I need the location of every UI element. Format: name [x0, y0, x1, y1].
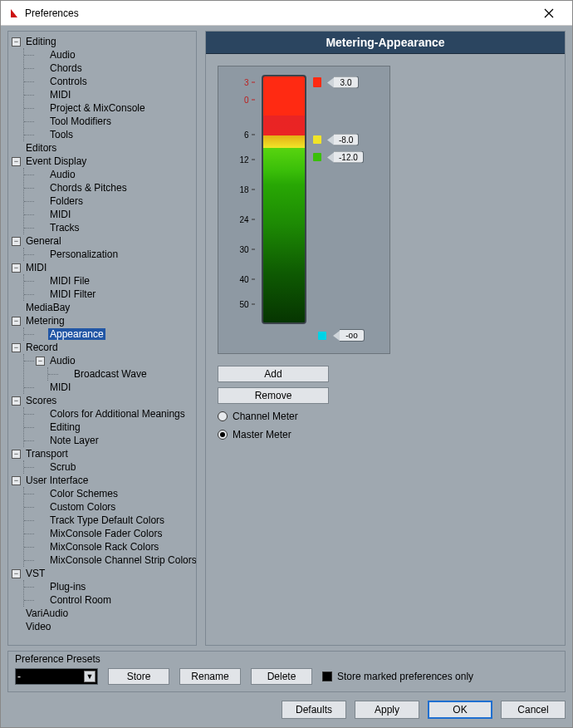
radio-master-meter[interactable]: Master Meter	[218, 429, 553, 440]
defaults-button[interactable]: Defaults	[282, 701, 346, 719]
tree-item[interactable]: MIDI File	[48, 275, 91, 287]
titlebar: Preferences	[1, 1, 572, 26]
preset-select[interactable]: - ▼	[15, 668, 98, 685]
scale-handle[interactable]: -12.0	[327, 151, 364, 164]
tree-toggle[interactable]: −	[12, 237, 21, 246]
tree-item[interactable]: Record	[24, 342, 60, 353]
tree-item[interactable]: Editors	[24, 142, 58, 154]
remove-button[interactable]: Remove	[218, 387, 329, 404]
handle-stack: 3.0-8.0-12.0	[327, 75, 365, 324]
tree-item[interactable]: Chords	[48, 62, 84, 74]
tree-item[interactable]: MixConsole Channel Strip Colors	[48, 554, 197, 566]
scale-tick: 40	[239, 275, 254, 284]
scale-tick: 12	[239, 155, 254, 165]
tree-toggle[interactable]: −	[12, 317, 21, 326]
bottom-swatch	[318, 332, 326, 340]
scale-tick: 3	[244, 78, 255, 87]
tree-item[interactable]: MIDI	[48, 89, 72, 101]
tree-toggle[interactable]: −	[12, 37, 21, 47]
delete-button[interactable]: Delete	[251, 668, 312, 685]
tree-toggle[interactable]: −	[12, 343, 21, 352]
tree-item[interactable]: Project & MixConsole	[48, 102, 147, 114]
tree-item[interactable]: Editing	[48, 421, 82, 433]
apply-button[interactable]: Apply	[355, 701, 419, 719]
tree-item[interactable]: MixConsole Rack Colors	[48, 541, 160, 553]
svg-marker-0	[11, 9, 17, 17]
tree-item[interactable]: Broadcast Wave	[72, 368, 149, 380]
tree-toggle[interactable]: −	[12, 157, 21, 166]
scale-swatches	[313, 75, 321, 324]
tree-item[interactable]: MediaBay	[24, 302, 71, 313]
tree-item[interactable]: Colors for Additional Meanings	[48, 408, 187, 420]
tree-toggle[interactable]: −	[12, 263, 21, 273]
scale-tick: 30	[239, 245, 254, 254]
tree-item[interactable]: MIDI	[48, 381, 72, 393]
tree-item[interactable]: VariAudio	[24, 607, 70, 619]
tree-item[interactable]: Audio	[48, 169, 77, 180]
tree-item[interactable]: Folders	[48, 195, 85, 207]
tree-item[interactable]: General	[24, 235, 63, 247]
tree-toggle[interactable]: −	[12, 569, 21, 578]
preferences-window: Preferences −EditingAudioChordsControlsM…	[0, 0, 573, 728]
tree-toggle[interactable]: −	[12, 450, 21, 459]
tree-item[interactable]: Event Display	[24, 155, 88, 167]
tree-item[interactable]: Track Type Default Colors	[48, 514, 166, 526]
tree-item[interactable]: MixConsole Fader Colors	[48, 528, 164, 539]
tree-item[interactable]: Scrub	[48, 461, 77, 473]
tree-item[interactable]: Video	[24, 621, 52, 632]
radio-channel-meter[interactable]: Channel Meter	[218, 411, 553, 422]
tree-toggle[interactable]: −	[12, 476, 21, 485]
scale-tick: 50	[239, 300, 254, 309]
category-tree[interactable]: −EditingAudioChordsControlsMIDIProject &…	[7, 31, 197, 646]
tree-item[interactable]: Tools	[48, 129, 75, 140]
tree-item[interactable]: MIDI Filter	[48, 288, 97, 300]
tree-item[interactable]: Editing	[24, 36, 58, 47]
section-title: Metering-Appearance	[206, 32, 565, 54]
tree-item[interactable]: Personalization	[48, 248, 120, 260]
preset-title: Preference Presets	[15, 653, 558, 665]
meter-gradient-bar[interactable]	[262, 75, 306, 324]
preset-select-value: -	[17, 671, 21, 682]
tree-item[interactable]: Control Room	[48, 594, 113, 606]
tree-item[interactable]: Metering	[24, 315, 66, 327]
tree-item[interactable]: Note Layer	[48, 435, 100, 446]
tree-item[interactable]: MIDI	[48, 209, 72, 220]
tree-item[interactable]: Appearance	[48, 328, 105, 340]
tree-item[interactable]: Audio	[48, 355, 77, 366]
tree-item[interactable]: Tracks	[48, 222, 81, 234]
meter-scale: 306121824304050	[237, 75, 255, 324]
scale-swatch	[313, 135, 321, 144]
tree-item[interactable]: Scores	[24, 395, 58, 406]
tree-item[interactable]: User Interface	[24, 475, 90, 486]
checkbox-icon	[322, 671, 332, 681]
window-title: Preferences	[25, 7, 532, 19]
ok-button[interactable]: OK	[428, 701, 492, 719]
close-button[interactable]	[532, 2, 566, 25]
tree-item[interactable]: MIDI	[24, 262, 48, 273]
tree-item[interactable]: Controls	[48, 76, 89, 87]
scale-handle[interactable]: -8.0	[327, 134, 359, 146]
tree-item[interactable]: VST	[24, 568, 47, 579]
store-marked-checkbox[interactable]: Store marked preferences only	[322, 671, 473, 682]
tree-item[interactable]: Chords & Pitches	[48, 182, 129, 194]
content-panel: Metering-Appearance 306121824304050 3.0-…	[205, 31, 566, 646]
tree-item[interactable]: Custom Colors	[48, 501, 117, 513]
tree-toggle[interactable]: −	[12, 396, 21, 406]
tree-item[interactable]: Transport	[24, 448, 70, 460]
tree-toggle[interactable]: −	[36, 357, 45, 366]
app-icon	[7, 7, 20, 19]
store-button[interactable]: Store	[108, 668, 169, 685]
rename-button[interactable]: Rename	[179, 668, 241, 685]
radio-channel-label: Channel Meter	[233, 411, 298, 422]
footer-buttons: Defaults Apply OK Cancel	[1, 697, 572, 727]
scale-tick: 24	[239, 215, 254, 224]
tree-item[interactable]: Color Schemes	[48, 488, 120, 499]
tree-item[interactable]: Tool Modifiers	[48, 116, 113, 127]
tree-item[interactable]: Plug-ins	[48, 581, 87, 593]
scale-handle[interactable]: 3.0	[327, 76, 359, 89]
cancel-button[interactable]: Cancel	[501, 701, 566, 719]
bottom-handle[interactable]: -oo	[333, 329, 365, 342]
add-button[interactable]: Add	[218, 366, 329, 382]
tree-item[interactable]: Audio	[48, 49, 77, 61]
chevron-down-icon: ▼	[84, 671, 96, 682]
